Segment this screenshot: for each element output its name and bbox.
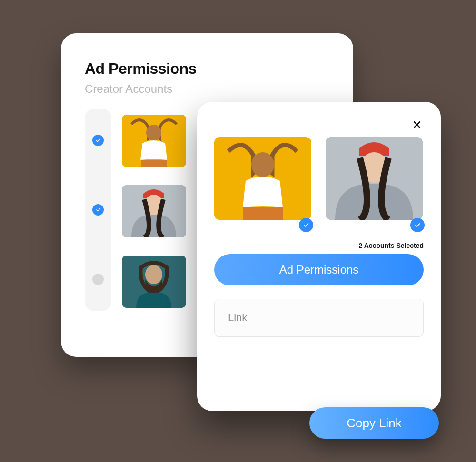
selected-badge xyxy=(410,218,425,232)
ad-permissions-button[interactable]: Ad Permissions xyxy=(214,254,424,285)
selected-badge xyxy=(299,218,313,232)
selection-gutter xyxy=(85,109,111,311)
button-label: Ad Permissions xyxy=(279,263,359,276)
svg-point-5 xyxy=(145,265,162,284)
selected-count-label: 2 Accounts Selected xyxy=(214,242,424,249)
copy-link-button[interactable]: Copy Link xyxy=(309,407,439,439)
avatar xyxy=(326,137,423,220)
check-icon xyxy=(95,207,101,213)
avatar xyxy=(122,115,186,167)
account-checkbox[interactable] xyxy=(92,204,104,216)
share-modal: 2 Accounts Selected Ad Permissions Link xyxy=(197,102,441,411)
close-icon xyxy=(412,120,422,129)
avatar xyxy=(214,137,311,220)
selected-accounts xyxy=(214,137,424,220)
section-subtitle: Creator Accounts xyxy=(85,82,329,96)
page-title: Ad Permissions xyxy=(85,60,329,78)
check-icon xyxy=(95,138,101,143)
check-icon xyxy=(303,222,309,228)
selected-account[interactable] xyxy=(214,137,311,220)
check-icon xyxy=(414,222,421,228)
svg-point-7 xyxy=(251,152,274,177)
avatar xyxy=(122,185,186,237)
link-input[interactable]: Link xyxy=(214,299,424,337)
link-placeholder: Link xyxy=(228,312,247,324)
avatar xyxy=(122,256,186,308)
account-checkbox[interactable] xyxy=(92,135,104,146)
button-label: Copy Link xyxy=(347,416,402,431)
close-button[interactable] xyxy=(410,118,424,131)
selected-account[interactable] xyxy=(326,137,423,220)
svg-point-1 xyxy=(146,125,161,141)
account-checkbox[interactable] xyxy=(92,274,104,285)
